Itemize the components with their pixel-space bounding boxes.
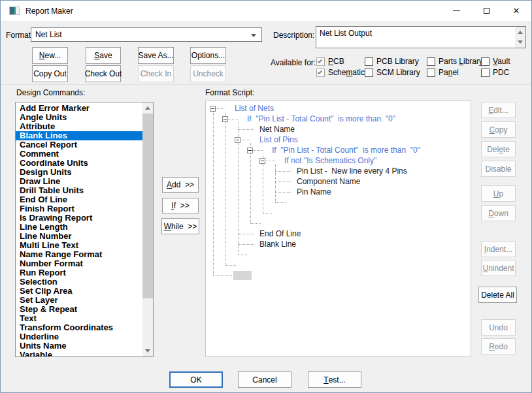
tree-collapse-icon[interactable] [259, 158, 265, 164]
maximize-button[interactable] [471, 1, 501, 21]
description-input[interactable]: Net List Output [316, 26, 526, 48]
up-button: Up [481, 185, 516, 202]
design-commands-list[interactable]: Add Error MarkerAngle UnitsAttributeBlan… [15, 102, 154, 357]
checkbox-parts-library[interactable]: Parts Library [427, 57, 483, 66]
tree-node[interactable]: Pin Name [297, 187, 331, 197]
app-icon [9, 7, 20, 15]
list-item[interactable]: Text [16, 314, 142, 323]
checkbox-box[interactable] [481, 69, 490, 77]
tree-connector [250, 223, 261, 224]
add-button[interactable]: Add >> [162, 177, 199, 193]
tree-connector [216, 108, 225, 109]
list-item[interactable]: Draw Line [16, 177, 142, 186]
tree-node[interactable]: Pin List - New line every 4 Pins [297, 166, 407, 176]
tree-node[interactable]: If "Pin List - Total Count" is more than… [272, 145, 420, 155]
checkbox-box[interactable] [365, 69, 373, 77]
list-item[interactable]: Selection [16, 277, 142, 287]
list-item[interactable]: Step & Repeat [16, 305, 142, 314]
list-item[interactable]: Attribute [16, 122, 142, 131]
tree-node[interactable]: Component Name [297, 176, 360, 187]
checkbox-scm-library[interactable]: SCM Library [365, 68, 420, 77]
checkbox-box[interactable] [427, 57, 435, 66]
list-item[interactable]: End Of Line [16, 195, 142, 204]
scroll-up-icon[interactable] [145, 106, 150, 110]
list-item[interactable]: Number Format [16, 259, 142, 268]
ok-button[interactable]: OK [169, 371, 223, 388]
list-item[interactable]: Comment [16, 149, 142, 159]
close-button[interactable]: ✕ [501, 1, 531, 21]
save-button[interactable]: Save [86, 47, 121, 64]
list-item[interactable]: Set Layer [16, 296, 142, 305]
format-script-tree[interactable]: List of NetsIf "Pin List - Total Count" … [205, 101, 471, 357]
checkbox-schematics[interactable]: Schematics [316, 68, 369, 77]
tree-placeholder-node[interactable] [233, 271, 252, 280]
list-item[interactable]: Add Error Marker [16, 104, 142, 113]
list-item[interactable]: Set Clip Area [16, 287, 142, 296]
scroll-down-icon[interactable] [145, 349, 150, 353]
chevron-down-icon[interactable] [251, 34, 256, 37]
list-item[interactable]: Multi Line Text [16, 241, 142, 250]
tree-collapse-icon[interactable] [247, 148, 253, 153]
list-item[interactable]: Line Length [16, 223, 142, 232]
tree-node[interactable]: If not "Is Schematics Only" [284, 155, 376, 166]
checkbox-box[interactable] [316, 57, 325, 66]
tree-connector [241, 140, 250, 140]
scrollbar-thumb[interactable] [142, 114, 153, 298]
list-item[interactable]: Design Units [16, 168, 142, 177]
save-as-button[interactable]: Save As... [138, 47, 174, 64]
list-item[interactable]: Finish Report [16, 204, 142, 213]
tree-node[interactable]: If "Pin List - Total Count" is more than… [247, 114, 395, 124]
list-item[interactable]: Blank Lines [16, 131, 142, 140]
test-button[interactable]: Test... [308, 371, 361, 388]
tree-node[interactable]: Net Name [259, 124, 295, 134]
check-out-button[interactable]: Check Out [86, 65, 121, 82]
scroll-down-icon[interactable] [518, 40, 523, 44]
new-button[interactable]: New... [32, 47, 68, 64]
minimize-button[interactable] [441, 1, 471, 21]
list-item[interactable]: Variable [16, 351, 142, 357]
checkbox-vault[interactable]: Vault [481, 57, 510, 66]
tree-node[interactable]: List of Pins [259, 134, 298, 145]
list-item[interactable]: Units Name [16, 341, 142, 351]
tree-connector [225, 265, 236, 266]
while-button[interactable]: While >> [161, 218, 199, 234]
format-combobox[interactable]: Net List [31, 27, 262, 42]
list-item[interactable]: Drill Table Units [16, 186, 142, 195]
checkbox-box[interactable] [427, 69, 435, 77]
scroll-up-icon[interactable] [518, 31, 523, 34]
options-button[interactable]: Options... [190, 47, 226, 64]
list-item[interactable]: Angle Units [16, 113, 142, 122]
tree-collapse-icon[interactable] [210, 106, 216, 112]
checkbox-panel[interactable]: Panel [427, 68, 459, 77]
list-item[interactable]: Name Range Format [16, 250, 142, 259]
description-scrollbar[interactable] [515, 27, 525, 48]
tree-node[interactable]: End Of Line [259, 228, 301, 239]
delete-all-button[interactable]: Delete All [478, 287, 517, 303]
tree-collapse-icon[interactable] [235, 137, 241, 143]
edit-button: Edit... [481, 102, 516, 118]
if-button[interactable]: If >> [162, 198, 199, 213]
checkbox-pcb[interactable]: PCB [316, 57, 344, 66]
undo-button: Undo [481, 319, 516, 336]
checkbox-box[interactable] [481, 57, 490, 66]
checkbox-box[interactable] [365, 57, 373, 66]
tree-node[interactable]: List of Nets [235, 103, 274, 114]
checkbox-box[interactable] [316, 69, 325, 77]
list-item[interactable]: Is Drawing Report [16, 213, 142, 223]
checkbox-label: SCM Library [376, 68, 420, 77]
available-for-label: Available for: [271, 58, 316, 67]
list-item[interactable]: Cancel Report [16, 140, 142, 149]
list-item[interactable]: Line Number [16, 232, 142, 241]
list-item[interactable]: Underline [16, 332, 142, 341]
checkbox-label: PCB Library [376, 57, 419, 66]
design-commands-scrollbar[interactable] [142, 102, 153, 356]
list-item[interactable]: Coordinate Units [16, 159, 142, 168]
list-item[interactable]: Transform Coordinates [16, 323, 142, 332]
copy-out-button[interactable]: Copy Out [32, 65, 68, 82]
tree-node[interactable]: Blank Line [259, 239, 296, 249]
checkbox-pdc[interactable]: PDC [481, 68, 509, 77]
list-item[interactable]: Run Report [16, 268, 142, 277]
cancel-button[interactable]: Cancel [238, 371, 291, 388]
tree-collapse-icon[interactable] [222, 116, 228, 122]
checkbox-pcb-library[interactable]: PCB Library [365, 57, 419, 66]
